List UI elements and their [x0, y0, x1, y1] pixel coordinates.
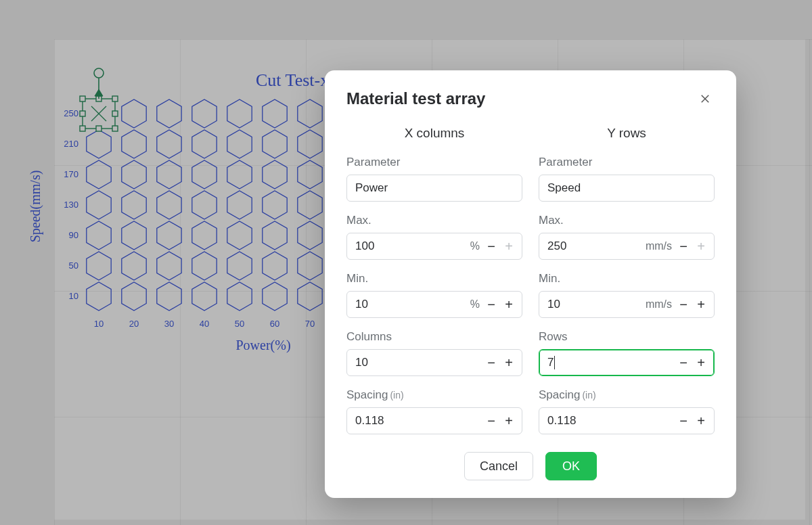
material-test-array-dialog: Material test array X columns Parameter …: [325, 70, 736, 498]
x-parameter-select[interactable]: Power: [346, 175, 522, 202]
y-rows-label: Rows: [539, 330, 715, 344]
y-max-label: Max.: [539, 214, 715, 227]
close-button[interactable]: [696, 89, 715, 108]
y-parameter-label: Parameter: [539, 156, 715, 169]
y-rows-input[interactable]: 7 − +: [539, 349, 715, 376]
x-max-label: Max.: [346, 214, 522, 227]
x-columns-decrement[interactable]: −: [485, 357, 497, 369]
x-min-decrement[interactable]: −: [485, 298, 497, 311]
y-min-unit: mm/s: [646, 298, 672, 311]
y-spacing-value: 0.118: [547, 414, 677, 428]
cancel-button[interactable]: Cancel: [464, 452, 533, 480]
x-spacing-increment[interactable]: +: [503, 415, 515, 427]
x-min-input[interactable]: 10 % − +: [346, 291, 522, 318]
y-spacing-label: Spacing (in): [539, 388, 715, 402]
x-columns-input[interactable]: 10 − +: [346, 349, 522, 376]
y-rows-section: Y rows Parameter Speed Max. 250 mm/s − +: [539, 126, 715, 447]
x-max-increment[interactable]: +: [503, 240, 515, 252]
y-max-unit: mm/s: [646, 240, 672, 252]
ok-button[interactable]: OK: [545, 452, 597, 480]
y-min-value: 10: [547, 298, 646, 311]
y-max-input[interactable]: 250 mm/s − +: [539, 233, 715, 260]
x-spacing-decrement[interactable]: −: [485, 415, 497, 427]
x-spacing-label: Spacing (in): [346, 388, 522, 402]
x-min-increment[interactable]: +: [503, 298, 515, 311]
y-rows-decrement[interactable]: −: [677, 357, 690, 369]
x-max-input[interactable]: 100 % − +: [346, 233, 522, 260]
x-min-unit: %: [470, 298, 480, 311]
y-max-increment[interactable]: +: [695, 240, 707, 252]
y-spacing-input[interactable]: 0.118 − +: [539, 407, 715, 434]
dialog-title: Material test array: [346, 89, 485, 108]
y-min-decrement[interactable]: −: [677, 298, 690, 311]
y-min-increment[interactable]: +: [695, 298, 707, 311]
x-spacing-input[interactable]: 0.118 − +: [346, 407, 522, 434]
x-columns-heading: X columns: [346, 126, 522, 141]
y-spacing-increment[interactable]: +: [695, 415, 707, 427]
y-max-decrement[interactable]: −: [677, 240, 690, 252]
x-min-label: Min.: [346, 272, 522, 286]
y-parameter-select[interactable]: Speed: [539, 175, 715, 202]
close-icon: [699, 93, 711, 105]
x-columns-increment[interactable]: +: [503, 357, 515, 369]
y-rows-increment[interactable]: +: [695, 357, 707, 369]
y-max-value: 250: [547, 239, 646, 253]
y-min-input[interactable]: 10 mm/s − +: [539, 291, 715, 318]
x-spacing-value: 0.118: [355, 414, 485, 428]
x-parameter-label: Parameter: [346, 156, 522, 169]
x-columns-value: 10: [355, 356, 485, 369]
x-max-unit: %: [470, 240, 480, 252]
x-min-value: 10: [355, 298, 470, 311]
x-columns-section: X columns Parameter Power Max. 100 % − +: [346, 126, 522, 447]
y-rows-value: 7: [547, 356, 677, 369]
x-max-decrement[interactable]: −: [485, 240, 497, 252]
x-parameter-value: Power: [355, 181, 515, 195]
y-rows-heading: Y rows: [539, 126, 715, 141]
y-spacing-decrement[interactable]: −: [677, 415, 690, 427]
x-columns-label: Columns: [346, 330, 522, 344]
x-max-value: 100: [355, 239, 470, 253]
y-min-label: Min.: [539, 272, 715, 286]
y-axis-label: Speed(mm/s): [28, 170, 43, 243]
y-parameter-value: Speed: [547, 181, 707, 195]
